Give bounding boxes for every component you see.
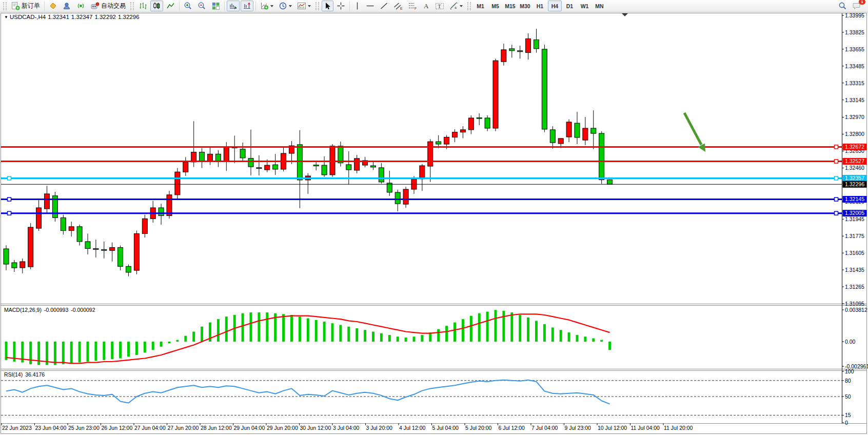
toolbar-grip (130, 2, 134, 10)
svg-text:E: E (400, 7, 403, 10)
rsi-label: RSI(14)36.4176 (4, 371, 47, 378)
zoom-out-icon (198, 2, 206, 10)
vertical-line-tool-button[interactable] (352, 1, 363, 11)
svg-text:1.32672: 1.32672 (845, 144, 864, 150)
svg-text:3 Jul 20:00: 3 Jul 20:00 (366, 425, 393, 431)
svg-text:F: F (415, 7, 417, 10)
timeframe-m1-button[interactable]: M1 (474, 1, 487, 11)
bar-chart-mode-button[interactable] (136, 1, 149, 11)
autotrade-robot-icon (90, 2, 100, 10)
svg-text:1.32296: 1.32296 (845, 181, 864, 187)
horizontal-line-icon (366, 2, 374, 10)
chart-shift-button[interactable] (241, 1, 253, 11)
text-label-tool-button[interactable]: T (433, 1, 446, 11)
toolbar-grip (467, 2, 471, 10)
chart-canvas[interactable]: 1.339951.338251.336551.334851.333151.331… (0, 12, 868, 435)
signal-button[interactable] (74, 1, 87, 11)
profile-button[interactable] (61, 1, 73, 11)
crosshair-tool-button[interactable] (334, 1, 347, 11)
svg-text:15: 15 (845, 412, 851, 418)
svg-text:1.32460: 1.32460 (845, 165, 864, 171)
trendline-tool-button[interactable] (378, 1, 390, 11)
svg-text:0: 0 (845, 420, 848, 426)
toolbar-separator (224, 2, 225, 11)
timeframe-w1-button[interactable]: W1 (578, 1, 591, 11)
macd-axis-ticks[interactable]: 0.0038120.00-0.002961 (842, 307, 868, 369)
text-tool-button[interactable]: A (420, 1, 432, 11)
rsi-value: 36.4176 (25, 371, 45, 378)
svg-text:1.32005: 1.32005 (845, 210, 864, 216)
line-chart-icon (166, 2, 175, 10)
new-order-button[interactable]: 新订单 (9, 1, 42, 11)
horizontal-line-tool-button[interactable] (364, 1, 377, 11)
arrows-tool-button[interactable] (447, 1, 465, 11)
svg-text:1.31265: 1.31265 (845, 284, 864, 290)
svg-text:1.32800: 1.32800 (845, 131, 864, 137)
zoom-out-button[interactable] (195, 1, 208, 11)
chevron-down-icon (308, 5, 311, 9)
shift-marker[interactable] (622, 13, 628, 16)
timeframe-m15-button[interactable]: M15 (503, 1, 517, 11)
macd-signal-value: -0.000092 (71, 307, 95, 313)
tile-windows-button[interactable] (209, 1, 222, 11)
svg-text:80: 80 (845, 378, 851, 384)
rsi-axis-ticks[interactable]: 1008050150 (842, 368, 854, 426)
toolbar-separator (255, 2, 256, 11)
template-icon (297, 2, 306, 10)
clock-icon (279, 2, 287, 10)
toolbar-separator (44, 2, 45, 11)
notification-badge: 1 (859, 0, 865, 5)
date-axis[interactable]: 22 Jun 202323 Jun 04:0025 Jun 23:0026 Ju… (2, 423, 693, 431)
svg-text:7 Jul 04:00: 7 Jul 04:00 (531, 425, 558, 431)
chart-title: ▼USDCAD-,H41.323411.323471.322921.32296 (4, 14, 142, 20)
equidistant-channel-icon: E (393, 2, 403, 10)
svg-text:25 Jun 23:00: 25 Jun 23:00 (68, 425, 100, 431)
svg-text:28 Jun 12:00: 28 Jun 12:00 (201, 425, 232, 431)
svg-text:29 Jun 04:00: 29 Jun 04:00 (234, 425, 265, 431)
svg-text:0.003812: 0.003812 (845, 307, 867, 313)
svg-text:100: 100 (845, 368, 854, 374)
svg-text:1.33825: 1.33825 (845, 29, 864, 35)
indicator-add-icon (260, 2, 269, 10)
svg-text:T: T (438, 4, 441, 9)
svg-text:11 Jul 20:00: 11 Jul 20:00 (664, 425, 693, 431)
zoom-in-icon (184, 2, 192, 10)
zoom-in-button[interactable] (182, 1, 194, 11)
candlestick-icon (152, 2, 161, 10)
panel-splitters[interactable] (1, 304, 867, 424)
timeframe-d1-button[interactable]: D1 (563, 1, 577, 11)
collapse-icon[interactable]: ▼ (4, 15, 8, 19)
templates-button[interactable] (295, 1, 313, 11)
timeframe-m30-button[interactable]: M30 (518, 1, 532, 11)
styler-button[interactable] (47, 1, 60, 11)
auto-scroll-button[interactable] (227, 1, 240, 11)
search-icon (838, 2, 847, 10)
cursor-icon (324, 2, 331, 10)
svg-text:1.32357: 1.32357 (845, 175, 864, 181)
fibonacci-tool-button[interactable]: F (406, 1, 419, 11)
channel-tool-button[interactable]: E (391, 1, 405, 11)
level-lines-layer[interactable] (1, 145, 842, 215)
candlestick-mode-button[interactable] (150, 1, 163, 11)
line-chart-mode-button[interactable] (164, 1, 177, 11)
search-button[interactable] (836, 1, 849, 11)
autotrade-button[interactable]: 自动交易 (88, 1, 128, 11)
indicators-button[interactable] (258, 1, 275, 11)
macd-label: MACD(12,26,9)-0.000993-0.000092 (4, 307, 98, 313)
periods-button[interactable] (277, 1, 294, 11)
timeframe-m5-button[interactable]: M5 (488, 1, 502, 11)
ohlc-bars-icon (139, 2, 147, 10)
notifications-button[interactable]: 1 (850, 1, 863, 11)
timeframe-h4-button[interactable]: H4 (548, 1, 562, 11)
arrows-icon (449, 2, 458, 10)
svg-text:1.33655: 1.33655 (845, 46, 864, 52)
timeframe-mn-button[interactable]: MN (593, 1, 606, 11)
profile-icon (63, 2, 71, 10)
svg-text:5 Jul 04:00: 5 Jul 04:00 (432, 425, 459, 431)
chevron-down-icon (270, 5, 273, 9)
annotation-arrow[interactable] (684, 113, 705, 152)
timeframe-h1-button[interactable]: H1 (533, 1, 547, 11)
toolbar-grip (315, 2, 319, 10)
svg-text:1.33485: 1.33485 (845, 63, 864, 69)
cursor-tool-button[interactable] (322, 1, 333, 11)
